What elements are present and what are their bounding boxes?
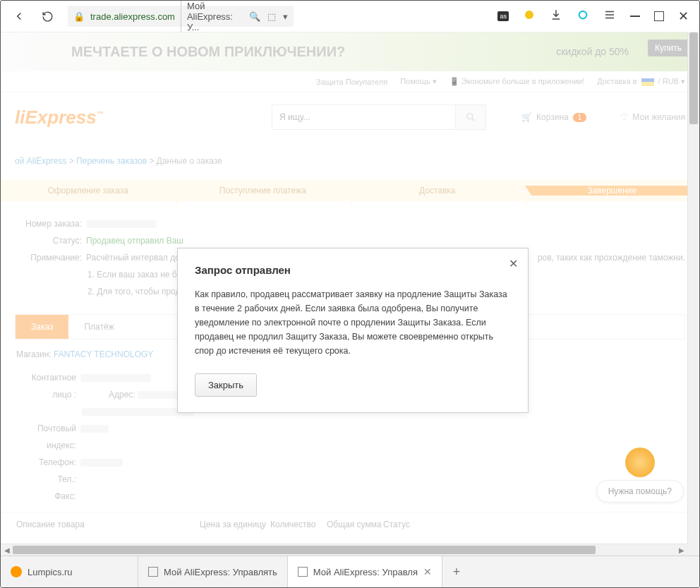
col-desc: Описание товара xyxy=(16,520,200,529)
help-link[interactable]: Помощь ▾ xyxy=(400,77,437,86)
items-table-head: Описание товара Цена за единицу Количест… xyxy=(1,512,699,536)
logo[interactable]: liExpress™ xyxy=(15,107,104,128)
address-bar[interactable]: 🔒 trade.aliexpress.com Мой AliExpress: У… xyxy=(68,6,294,27)
new-tab-button[interactable]: + xyxy=(442,556,471,587)
translate-icon[interactable]: ⬚ xyxy=(267,11,276,22)
step-3: Доставка xyxy=(350,186,525,196)
scroll-right-arrow[interactable]: ▶ xyxy=(675,546,687,554)
request-sent-modal: ✕ Запрос отправлен Как правило, продавец… xyxy=(177,248,529,413)
downloads-icon[interactable] xyxy=(550,8,562,24)
address-title: Мой AliExpress: У... xyxy=(181,1,243,32)
modal-close-icon[interactable]: ✕ xyxy=(509,257,518,270)
banner-buy-button[interactable]: Купить xyxy=(648,40,689,56)
banner-headline: МЕЧТАЕТЕ О НОВОМ ПРИКЛЮЧЕНИИ? xyxy=(71,44,345,60)
col-status: Статус xyxy=(383,520,440,529)
browser-tab-1[interactable]: Lumpics.ru xyxy=(1,556,138,587)
help-bubble[interactable]: Нужна помощь? xyxy=(596,480,684,503)
zoom-icon[interactable]: 🔍 xyxy=(249,11,260,22)
step-4: Завершение xyxy=(525,186,700,196)
app-link[interactable]: 📱 Экономьте больше в приложении! xyxy=(449,77,585,86)
scroll-left-arrow[interactable]: ◀ xyxy=(1,546,13,554)
buyer-protection-link[interactable]: Защита Покупателя xyxy=(316,78,387,86)
minimize-button[interactable] xyxy=(630,16,640,17)
browser-toolbar: 🔒 trade.aliexpress.com Мой AliExpress: У… xyxy=(1,1,699,32)
reload-button[interactable] xyxy=(40,8,55,24)
favicon-icon xyxy=(148,567,158,577)
breadcrumb: ой AliExpress > Перечень заказов > Данны… xyxy=(1,142,699,180)
modal-title: Запрос отправлен xyxy=(195,264,511,276)
modal-body: Как правило, продавец рассматривает заяв… xyxy=(195,287,511,358)
flag-icon xyxy=(641,78,654,86)
help-widget[interactable]: Нужна помощь? xyxy=(596,448,684,503)
order-num-value xyxy=(86,220,157,228)
col-total: Общая сумма xyxy=(327,520,383,529)
ship-to[interactable]: Доставка в / RUB ▾ xyxy=(597,77,685,86)
search-box xyxy=(272,104,486,130)
crumb-orders[interactable]: Перечень заказов xyxy=(76,156,147,166)
modal-close-button[interactable]: Закрыть xyxy=(195,373,257,397)
svg-point-2 xyxy=(467,114,473,119)
col-qty: Количество xyxy=(270,520,327,529)
menu-icon[interactable] xyxy=(603,8,616,24)
order-steps: Оформление заказа Поступление платежа До… xyxy=(1,180,699,201)
cart-link[interactable]: 🛒 Корзина 1 xyxy=(521,112,586,122)
back-button[interactable] xyxy=(11,8,27,24)
tab-payment[interactable]: Платёж xyxy=(68,315,129,339)
maximize-button[interactable] xyxy=(654,11,664,21)
bookmark-icon[interactable]: ▾ xyxy=(283,11,288,22)
ext-icon-3[interactable] xyxy=(577,8,589,24)
store-name[interactable]: FANTACY TECHNOLOGY xyxy=(54,349,153,359)
ext-icon-1[interactable]: as xyxy=(497,11,509,21)
browser-tab-2[interactable]: Мой AliExpress: Управлять xyxy=(138,556,288,587)
vertical-scrollbar[interactable] xyxy=(687,32,699,544)
address-icons: 🔍 ⬚ ▾ xyxy=(249,11,288,22)
wishlist-link[interactable]: ♡ Мои желания xyxy=(620,112,685,122)
ext-icon-2[interactable] xyxy=(523,8,536,24)
order-note-label: Примечание: xyxy=(15,249,82,266)
horizontal-scrollbar[interactable]: ◀ ▶ xyxy=(1,544,687,556)
site-header: liExpress™ 🛒 Корзина 1 ♡ Мои желания xyxy=(1,92,699,142)
crumb-current: Данные о заказе xyxy=(157,156,222,166)
tab-order[interactable]: Заказ xyxy=(16,315,68,339)
search-input[interactable] xyxy=(272,104,455,130)
window-close-button[interactable]: ✕ xyxy=(678,8,689,24)
vertical-scroll-thumb[interactable] xyxy=(689,32,698,124)
favicon-icon xyxy=(298,567,308,577)
order-num-label: Номер заказа: xyxy=(15,215,82,232)
search-button[interactable] xyxy=(455,104,486,130)
store-label: Магазин: xyxy=(16,349,52,359)
top-utility-bar: Защита Покупателя Помощь ▾ 📱 Экономьте б… xyxy=(1,71,699,92)
cart-badge: 1 xyxy=(573,113,587,122)
tab-close-icon[interactable]: ✕ xyxy=(423,566,432,577)
crumb-my[interactable]: ой AliExpress xyxy=(15,156,66,166)
favicon-icon xyxy=(11,566,22,577)
order-status-value: Продавец отправил Ваш xyxy=(86,236,183,246)
svg-point-1 xyxy=(579,11,587,19)
svg-point-0 xyxy=(525,11,533,19)
step-1: Оформление заказа xyxy=(1,186,176,196)
order-note-value: Расчётный интервал дос xyxy=(86,253,184,263)
scroll-corner xyxy=(687,544,699,556)
banner-sub: скидкой до 50% xyxy=(556,45,629,58)
browser-tab-3[interactable]: Мой AliExpress: Управля ✕ xyxy=(288,556,442,587)
col-price: Цена за единицу xyxy=(200,520,270,529)
horizontal-scroll-thumb[interactable] xyxy=(13,546,596,554)
browser-tab-strip: Lumpics.ru Мой AliExpress: Управлять Мой… xyxy=(1,556,699,587)
promo-banner[interactable]: МЕЧТАЕТЕ О НОВОМ ПРИКЛЮЧЕНИИ? скидкой до… xyxy=(1,32,699,71)
assistant-icon xyxy=(625,448,655,477)
step-2: Поступление платежа xyxy=(176,186,351,196)
lock-icon: 🔒 xyxy=(73,11,85,22)
order-status-label: Статус: xyxy=(15,232,82,249)
address-domain: trade.aliexpress.com xyxy=(90,11,175,22)
